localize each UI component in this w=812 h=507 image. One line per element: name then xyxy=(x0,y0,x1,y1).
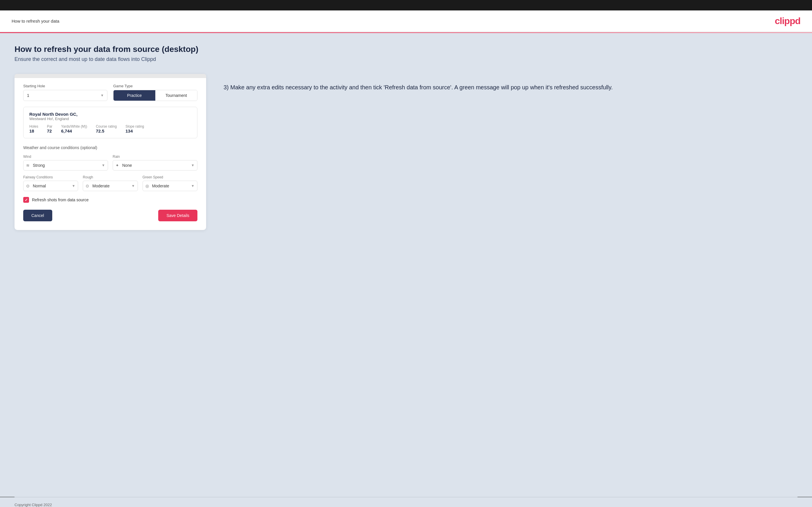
starting-hole-select-wrapper: 1 10 ▼ xyxy=(23,90,107,101)
course-rating-value: 72.5 xyxy=(96,128,117,133)
header-title: How to refresh your data xyxy=(12,18,59,23)
cancel-button[interactable]: Cancel xyxy=(23,210,52,221)
holes-value: 18 xyxy=(29,128,38,133)
rain-group: Rain ✦ None Light Heavy ▼ xyxy=(113,155,197,171)
conditions-row-1: Wind ≋ Strong Light None ▼ Rain ✦ xyxy=(23,155,197,171)
course-location: Westward Ho!, England xyxy=(29,117,191,121)
form-row-top: Starting Hole 1 10 ▼ Game Type Practice … xyxy=(23,84,197,101)
top-bar xyxy=(0,0,812,10)
logo: clippd xyxy=(775,16,800,26)
rain-label: Rain xyxy=(113,155,197,159)
save-button[interactable]: Save Details xyxy=(158,210,197,221)
footer: Copyright Clippd 2022 xyxy=(0,497,812,507)
course-rating-label: Course rating xyxy=(96,124,117,128)
slope-rating-label: Slope rating xyxy=(125,124,144,128)
refresh-checkbox-row: Refresh shots from data source xyxy=(23,197,197,203)
fairway-group: Fairway Conditions ⊙ Normal Soft Firm ▼ xyxy=(23,175,78,191)
card-top-strip xyxy=(14,74,206,78)
par-value: 72 xyxy=(47,128,53,133)
green-speed-group: Green Speed ◎ Moderate Slow Fast ▼ xyxy=(143,175,197,191)
rain-select-wrapper: ✦ None Light Heavy ▼ xyxy=(113,160,197,171)
course-info: Royal North Devon GC, Westward Ho!, Engl… xyxy=(23,107,197,138)
par-label: Par xyxy=(47,124,53,128)
practice-button[interactable]: Practice xyxy=(113,90,155,101)
yards-label: Yards/White (M)) xyxy=(61,124,87,128)
rough-label: Rough xyxy=(83,175,138,179)
page-subheading: Ensure the correct and most up to date d… xyxy=(14,56,798,62)
content-area: Starting Hole 1 10 ▼ Game Type Practice … xyxy=(14,74,798,230)
side-instruction-area: 3) Make any extra edits necessary to the… xyxy=(223,74,798,92)
page-heading: How to refresh your data from source (de… xyxy=(14,45,798,54)
wind-select-wrapper: ≋ Strong Light None ▼ xyxy=(23,160,108,171)
conditions-row-2: Fairway Conditions ⊙ Normal Soft Firm ▼ … xyxy=(23,175,197,191)
course-stats: Holes 18 Par 72 Yards/White (M)) 6,744 C… xyxy=(29,124,191,133)
wind-label: Wind xyxy=(23,155,108,159)
stat-slope-rating: Slope rating 134 xyxy=(125,124,144,133)
holes-label: Holes xyxy=(29,124,38,128)
fairway-label: Fairway Conditions xyxy=(23,175,78,179)
conditions-section-title: Weather and course conditions (optional) xyxy=(23,145,197,150)
fairway-select-wrapper: ⊙ Normal Soft Firm ▼ xyxy=(23,181,78,191)
game-type-label: Game Type xyxy=(113,84,197,88)
starting-hole-label: Starting Hole xyxy=(23,84,107,88)
main-content: How to refresh your data from source (de… xyxy=(0,33,812,497)
green-speed-select-wrapper: ◎ Moderate Slow Fast ▼ xyxy=(143,181,197,191)
wind-group: Wind ≋ Strong Light None ▼ xyxy=(23,155,108,171)
tournament-button[interactable]: Tournament xyxy=(155,90,197,101)
rough-select-wrapper: ⊙ Moderate Light Heavy ▼ xyxy=(83,181,138,191)
game-type-toggle: Practice Tournament xyxy=(113,90,197,101)
green-speed-label: Green Speed xyxy=(143,175,197,179)
yards-value: 6,744 xyxy=(61,128,87,133)
rough-select[interactable]: Moderate Light Heavy xyxy=(83,181,138,191)
stat-par: Par 72 xyxy=(47,124,53,133)
btn-row: Cancel Save Details xyxy=(23,210,197,221)
game-type-group: Game Type Practice Tournament xyxy=(113,84,197,101)
refresh-checkbox[interactable] xyxy=(23,197,29,203)
rough-group: Rough ⊙ Moderate Light Heavy ▼ xyxy=(83,175,138,191)
form-card: Starting Hole 1 10 ▼ Game Type Practice … xyxy=(14,74,206,230)
stat-holes: Holes 18 xyxy=(29,124,38,133)
refresh-checkbox-label: Refresh shots from data source xyxy=(32,198,89,202)
rain-select[interactable]: None Light Heavy xyxy=(113,160,197,171)
starting-hole-select[interactable]: 1 10 xyxy=(23,90,107,101)
course-name: Royal North Devon GC, xyxy=(29,112,191,117)
stat-yards: Yards/White (M)) 6,744 xyxy=(61,124,87,133)
side-instruction-text: 3) Make any extra edits necessary to the… xyxy=(223,83,798,92)
starting-hole-group: Starting Hole 1 10 ▼ xyxy=(23,84,107,101)
fairway-select[interactable]: Normal Soft Firm xyxy=(23,181,78,191)
green-speed-select[interactable]: Moderate Slow Fast xyxy=(143,181,197,191)
header: How to refresh your data clippd xyxy=(0,10,812,32)
slope-rating-value: 134 xyxy=(125,128,144,133)
footer-copyright: Copyright Clippd 2022 xyxy=(14,503,52,507)
wind-select[interactable]: Strong Light None xyxy=(23,160,108,171)
stat-course-rating: Course rating 72.5 xyxy=(96,124,117,133)
